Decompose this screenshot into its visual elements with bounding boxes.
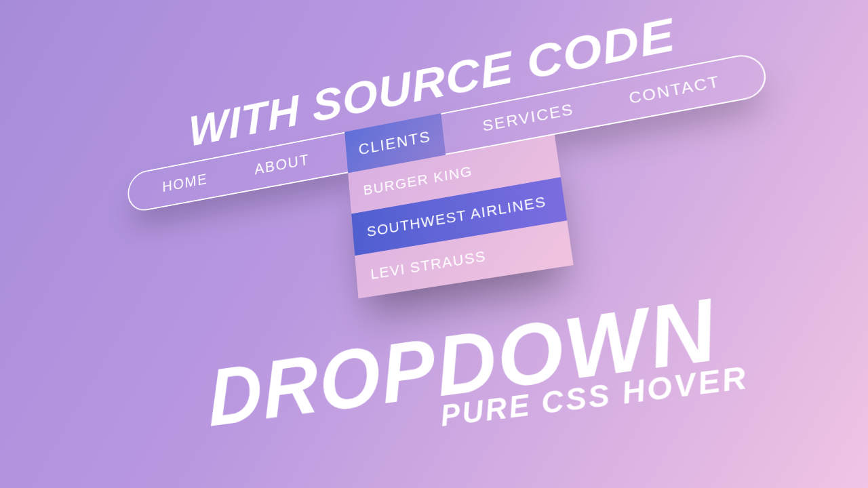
nav-item-about[interactable]: ABOUT <box>242 138 323 191</box>
scene: WITH SOURCE CODE HOME ABOUT CLIENTS BURG… <box>127 0 832 471</box>
nav-item-home[interactable]: HOME <box>151 158 220 208</box>
heading-bottom-group: DROPDOWN PURE CSS HOVER <box>131 274 832 471</box>
dropdown-menu: BURGER KING SOUTHWEST AIRLINES LEVI STRA… <box>348 135 574 299</box>
nav-item-label: CLIENTS <box>358 128 432 158</box>
